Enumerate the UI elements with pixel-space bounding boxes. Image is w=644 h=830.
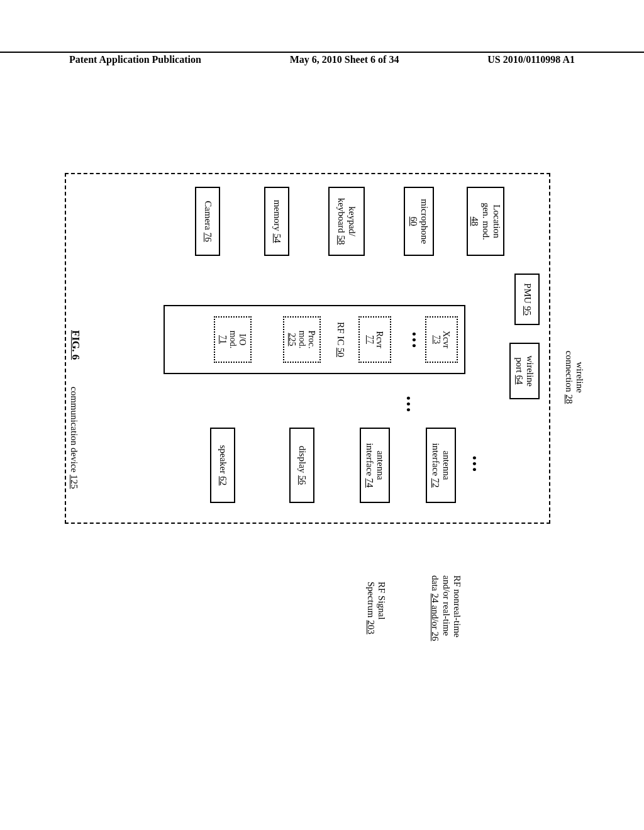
svg-marker-22 [370,568,378,575]
box-antenna-if-1: antenna interface 72 [426,428,456,503]
box-microphone: microphone 60 [404,187,434,256]
label-device: communication device 125 [69,387,79,489]
header-center: May 6, 2010 Sheet 6 of 34 [290,54,399,65]
box-rcvr: Rcvr 77 [358,316,391,363]
svg-marker-18 [440,567,447,574]
box-pmu: PMU 95 [514,274,540,325]
box-speaker: speaker 62 [210,428,235,503]
box-proc-mod: Proc. mod. 225 [283,316,321,363]
box-wireline-port: wireline port 64 [509,343,540,399]
page-header: Patent Application Publication May 6, 20… [0,52,644,65]
figure-label: FIG. 6 [69,330,82,360]
label-wireline-connection: wireline connection 28 [564,343,586,412]
box-antenna-if-2: antenna interface 74 [360,428,390,503]
box-xcvr: Xcvr 73 [425,316,458,363]
header-right: US 2010/0110998 A1 [487,54,575,65]
box-io-mod: I/O mod. 71 [214,316,252,363]
box-display: display 56 [289,428,314,503]
ellipsis-icon: ••• [467,456,480,473]
label-rf-data: RF nonreal-time and/or real-time data 24… [430,575,462,673]
ellipsis-icon: ••• [407,332,420,350]
box-keypad: keypad/ keyboard 58 [328,187,365,256]
box-memory: memory 54 [264,187,289,256]
header-left: Patent Application Publication [69,54,201,65]
ellipsis-icon: ••• [401,396,414,414]
label-rf-signal: RF Signal Spectrum 203 [365,582,387,657]
diagram: Location gen. mod. 48 microphone 60 keyp… [75,160,572,682]
box-camera: Camera 76 [195,187,220,256]
